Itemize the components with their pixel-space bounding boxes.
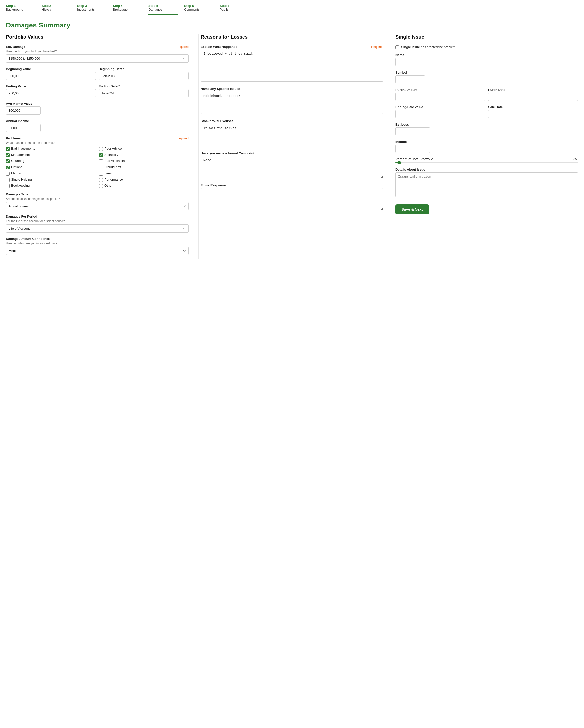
reasons-column: Reasons for Losses Explain What Happened…	[201, 34, 391, 216]
formal-complaint-textarea[interactable]: None	[201, 156, 383, 178]
stepper-item-step5[interactable]: Step 5Damages	[148, 4, 178, 15]
checkbox-bookkeeping[interactable]	[6, 184, 10, 188]
damages-type-select[interactable]: Actual LossesLost Profits	[6, 202, 189, 210]
divider-2	[393, 34, 393, 259]
checkbox-item-suitability[interactable]: Suitability	[99, 153, 189, 157]
firms-response-group: Firms Response	[201, 183, 383, 211]
step-label-step1: Step 1	[6, 4, 16, 8]
percent-row: Percent of Total Portfolio 0%	[395, 157, 578, 161]
checkbox-single_holding[interactable]	[6, 178, 10, 182]
save-next-button[interactable]: Save & Next	[395, 204, 429, 214]
single-issue-checkbox[interactable]	[395, 45, 399, 49]
checkbox-item-bookkeeping[interactable]: Bookkeeping	[6, 184, 95, 188]
checkbox-fees[interactable]	[99, 172, 103, 176]
damages-period-label: Damages For Period	[6, 215, 189, 218]
step-label-step3: Step 3	[77, 4, 87, 8]
checkbox-margin[interactable]	[6, 172, 10, 176]
sale-date-input[interactable]	[488, 110, 578, 118]
checkbox-item-fraud_theft[interactable]: Fraud/Theft	[99, 165, 189, 170]
stepper-item-step2[interactable]: Step 2History	[41, 4, 71, 15]
ending-date-label: Ending Date *	[99, 84, 189, 88]
problems-group: Problems Required What reasons created t…	[6, 136, 189, 188]
problems-checkbox-grid: Bad InvestmentsPoor AdviceManagementSuit…	[6, 147, 189, 188]
checkbox-item-bad_investments[interactable]: Bad Investments	[6, 147, 95, 151]
checkbox-fraud_theft[interactable]	[99, 166, 103, 170]
details-issue-textarea[interactable]	[395, 172, 578, 197]
ending-date-input[interactable]	[99, 89, 189, 97]
issue-symbol-input[interactable]	[395, 75, 425, 83]
step-label-step5: Step 5	[148, 4, 158, 8]
stockbroker-excuses-textarea[interactable]: It was the market	[201, 124, 383, 146]
specific-issues-textarea[interactable]: Robinhood, Facebook	[201, 92, 383, 114]
stepper-item-step7[interactable]: Step 7Publish	[220, 4, 249, 15]
beginning-date-group: Beginning Date *	[99, 67, 189, 80]
stepper-item-step1[interactable]: Step 1Background	[6, 4, 36, 15]
checkbox-label-churning: Churning	[11, 159, 24, 163]
avg-market-group: Avg Market Value	[6, 102, 189, 115]
purch-date-input[interactable]	[488, 93, 578, 101]
est-loss-input[interactable]	[395, 127, 430, 135]
explain-group: Explain What Happened Required I believe…	[201, 45, 383, 82]
stepper-item-step3[interactable]: Step 3Investments	[77, 4, 107, 15]
explain-textarea[interactable]: I believed what they said.	[201, 50, 383, 82]
avg-market-input[interactable]	[6, 106, 40, 115]
checkbox-suitability[interactable]	[99, 153, 103, 157]
checkbox-item-other[interactable]: Other	[99, 184, 189, 188]
checkbox-bad_investments[interactable]	[6, 147, 10, 151]
checkbox-label-single_holding: Single Holding	[11, 178, 32, 181]
checkbox-management[interactable]	[6, 153, 10, 157]
damages-period-hint: For the life of the account or a select …	[6, 219, 189, 223]
damage-confidence-select[interactable]: LowMediumHigh	[6, 246, 189, 255]
purch-amount-group: Purch Amount	[395, 88, 485, 101]
stepper-item-step6[interactable]: Step 6Comments	[184, 4, 214, 15]
checkbox-poor_advice[interactable]	[99, 147, 103, 151]
checkbox-churning[interactable]	[6, 159, 10, 163]
checkbox-item-poor_advice[interactable]: Poor Advice	[99, 147, 189, 151]
beginning-date-label: Beginning Date *	[99, 67, 189, 71]
damages-type-hint: Are these actual damages or lost profits…	[6, 197, 189, 201]
percent-portfolio-group: Percent of Total Portfolio 0%	[395, 157, 578, 163]
checkbox-item-margin[interactable]: Margin	[6, 171, 95, 176]
formal-complaint-label: Have you made a formal Complaint	[201, 151, 383, 155]
checkbox-label-bookkeeping: Bookkeeping	[11, 184, 30, 187]
stepper-item-step4[interactable]: Step 4Brokerage	[113, 4, 142, 15]
specific-issues-group: Name any Specific Issues Robinhood, Face…	[201, 87, 383, 115]
problems-hint: What reasons created the problems?	[6, 141, 189, 145]
sale-row: Ending/Sale Value Sale Date	[395, 105, 578, 123]
checkbox-label-suitability: Suitability	[105, 153, 118, 156]
checkbox-item-bad_allocation[interactable]: Bad Allocation	[99, 159, 189, 163]
checkbox-other[interactable]	[99, 184, 103, 188]
firms-response-textarea[interactable]	[201, 188, 383, 210]
checkbox-item-churning[interactable]: Churning	[6, 159, 95, 163]
damages-period-select[interactable]: Life of AccountSelect Period	[6, 224, 189, 233]
ending-sale-input[interactable]	[395, 110, 485, 118]
issue-symbol-group: Symbol	[395, 71, 578, 83]
ending-value-input[interactable]	[6, 89, 96, 97]
percent-slider-track[interactable]	[395, 162, 578, 163]
annual-income-input[interactable]	[6, 124, 40, 132]
checkbox-item-management[interactable]: Management	[6, 153, 95, 157]
ending-value-group: Ending Value	[6, 84, 96, 97]
checkbox-performance[interactable]	[99, 178, 103, 182]
issue-symbol-label: Symbol	[395, 71, 578, 74]
ending-sale-label: Ending/Sale Value	[395, 105, 485, 109]
beginning-value-group: Beginning Value	[6, 67, 96, 80]
issue-income-input[interactable]	[395, 145, 430, 153]
checkbox-item-options[interactable]: Options	[6, 165, 95, 170]
checkbox-item-fees[interactable]: Fees	[99, 171, 189, 176]
details-issue-label: Details About Issue	[395, 167, 578, 171]
divider-1	[198, 34, 199, 259]
beginning-value-input[interactable]	[6, 72, 96, 80]
checkbox-item-performance[interactable]: Performance	[99, 178, 189, 182]
main-content: Portfolio Values Est. Damage Required Ho…	[0, 34, 584, 269]
checkbox-label-other: Other	[105, 184, 113, 187]
issue-name-input[interactable]	[395, 58, 578, 66]
checkbox-bad_allocation[interactable]	[99, 159, 103, 163]
page-title: Damages Summary	[0, 15, 584, 34]
checkbox-item-single_holding[interactable]: Single Holding	[6, 178, 95, 182]
beginning-date-input[interactable]	[99, 72, 189, 80]
checkbox-options[interactable]	[6, 166, 10, 170]
purch-amount-input[interactable]	[395, 93, 485, 101]
est-damage-select[interactable]: $150,000 to $250,000	[6, 54, 189, 63]
single-issue-check-label: Single Issue has created the problem.	[401, 45, 456, 49]
